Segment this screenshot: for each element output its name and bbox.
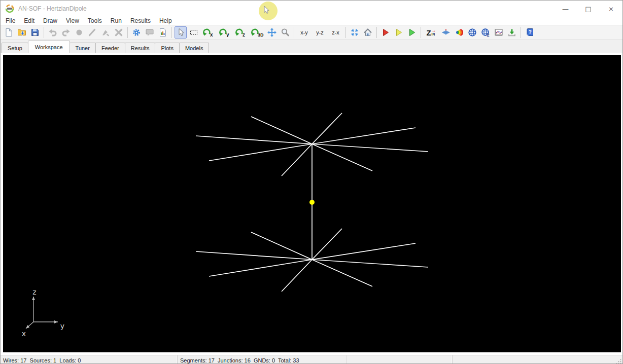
summary-button[interactable] [157,26,169,39]
new-project-button[interactable] [3,26,15,39]
polar-pattern-2-button[interactable]: 2 [479,26,492,39]
app-window: AN-SOF - HertzianDipole — □ × FileEditDr… [0,0,623,364]
chart-waves-icon [494,28,503,37]
title-bar: AN-SOF - HertzianDipole — □ × [1,1,622,17]
select-tool-button[interactable] [175,26,187,39]
run-far-field-button[interactable] [393,26,405,39]
menu-view[interactable]: View [66,17,79,24]
tab-feeder[interactable]: Feeder [95,43,125,53]
status-text: Wires: 17 Sources: 1 Loads: 0 [3,357,81,363]
y-axis-label: y [60,322,64,330]
rotate-y-button[interactable]: y [217,26,232,39]
export-button[interactable] [506,26,518,39]
menu-edit[interactable]: Edit [24,17,34,24]
source-point[interactable] [309,200,315,205]
input-impedance-button[interactable]: Z→IN [424,26,439,39]
undo-button[interactable] [47,26,59,39]
run-currents-button[interactable] [379,26,392,39]
move-arrows-icon [267,28,276,37]
workspace-canvas[interactable]: zyx [3,55,621,352]
rotate-3d-button[interactable]: 3D [250,26,265,39]
pattern-3d-button[interactable] [453,26,465,39]
status-bar: Wires: 17 Sources: 1 Loads: 0Segments: 1… [1,355,622,364]
maximize-button[interactable]: □ [577,1,600,17]
z-axis-label: z [32,288,36,296]
tab-workspace[interactable]: Workspace [28,41,70,53]
help-book-icon: ? [525,28,534,37]
tab-tuner[interactable]: Tuner [70,43,96,53]
view-xy-button[interactable]: x-y [297,26,312,39]
magnifier-icon [281,28,290,37]
rotate-3d-icon: 3D [250,28,264,37]
open-project-button[interactable] [16,26,28,39]
view-xy-label: x-y [300,29,308,35]
status-panel-2: Segments: 17 Junctions: 16 GNDs: 0 Total… [178,355,347,364]
report-chart-icon [158,28,167,37]
selection-box-button[interactable] [188,26,200,39]
undo-icon [48,28,57,37]
menu-run[interactable]: Run [111,17,122,24]
comments-button[interactable] [144,26,156,39]
plots-button[interactable] [493,26,505,39]
toolbar-separator [521,27,521,38]
svg-text:2: 2 [487,32,490,37]
status-panel-1: Wires: 17 Sources: 1 Loads: 0 [1,355,178,364]
svg-text:y: y [226,32,229,38]
app-logo-icon [5,4,14,13]
draw-line-button[interactable] [86,26,98,39]
run-near-field-button[interactable] [406,26,418,39]
modify-button[interactable] [99,26,112,39]
menu-bar: FileEditDrawViewToolsRunResultsHelp [1,17,622,25]
rotate-z-button[interactable]: z [233,26,249,39]
rotate-x-icon: x [202,28,215,37]
run-green-play-icon [407,28,417,37]
minimize-button[interactable]: — [554,1,577,17]
comment-bubble-icon [145,28,154,37]
rotate-x-button[interactable]: x [201,26,216,39]
toolbar-separator [171,27,172,38]
draw-circle-button[interactable] [73,26,85,39]
view-yz-button[interactable]: y-z [313,26,327,39]
resize-grip[interactable] [615,358,622,364]
globe-pattern-2-icon: 2 [481,28,490,37]
menu-results[interactable]: Results [130,17,151,24]
window-controls: — □ × [554,1,622,17]
zoom-fit-button[interactable] [349,26,361,39]
radiation-pattern-3d-icon [455,28,464,37]
tab-setup[interactable]: Setup [2,43,28,53]
current-distribution-button[interactable] [440,26,452,39]
polar-pattern-button[interactable] [466,26,478,39]
zoom-button[interactable] [279,26,291,39]
preferences-button[interactable] [130,26,143,39]
help-button[interactable]: ? [524,26,536,39]
menu-tools[interactable]: Tools [88,17,102,24]
run-red-play-icon [381,28,390,37]
redo-button[interactable] [60,26,72,39]
close-button[interactable]: × [600,1,622,17]
toolbar-separator [345,27,346,38]
redo-icon [61,28,71,37]
delete-button[interactable] [113,26,125,39]
main-toolbar: x y z 3D x-y y-z z-x Z→IN 2 ? [1,25,622,40]
toolbar-separator [294,27,294,38]
pan-button[interactable] [266,26,278,39]
x-axis-label: x [22,330,26,338]
tab-models[interactable]: Models [179,43,209,53]
toolbar-separator [44,27,44,38]
view-zx-button[interactable]: z-x [328,26,343,39]
svg-text:3D: 3D [258,32,264,38]
initial-view-button[interactable] [362,26,374,39]
new-document-icon [4,28,13,37]
tab-plots[interactable]: Plots [155,43,179,53]
svg-text:x: x [210,32,213,38]
run-yellow-play-icon [394,28,403,37]
save-icon [30,28,40,37]
tab-results[interactable]: Results [125,43,156,53]
save-project-button[interactable] [29,26,41,39]
menu-draw[interactable]: Draw [43,17,57,24]
toolbar-separator [421,27,421,38]
menu-help[interactable]: Help [159,17,172,24]
open-folder-icon [17,28,26,37]
menu-file[interactable]: File [6,17,15,24]
status-panel-4 [453,355,622,364]
